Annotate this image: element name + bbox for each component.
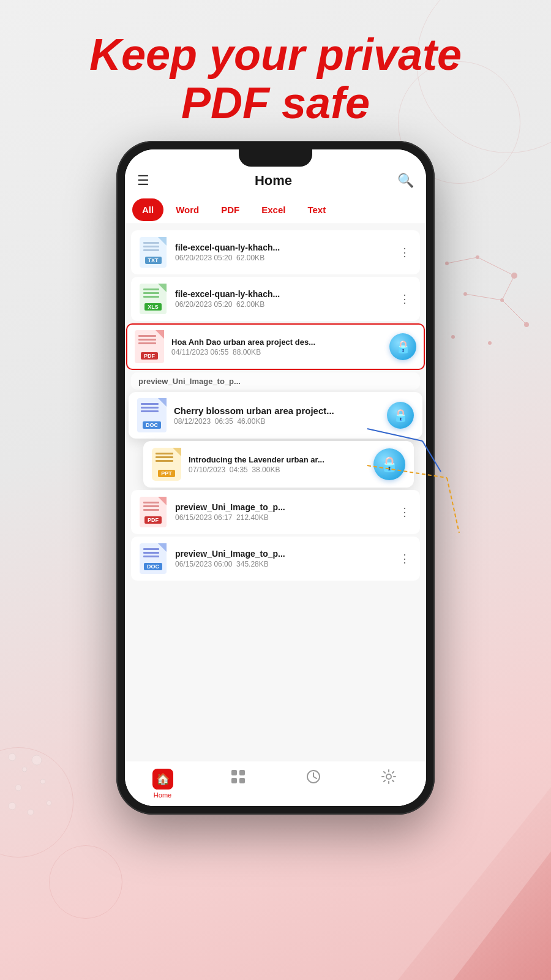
svg-line-27 (313, 777, 317, 778)
svg-point-2 (511, 273, 517, 279)
grid-icon (230, 769, 246, 788)
svg-point-20 (47, 801, 51, 805)
svg-point-15 (32, 755, 42, 765)
file-type-doc: DOC (143, 421, 161, 429)
phone-frame: ☰ Home 🔍 All Word PDF Excel Text (116, 141, 435, 815)
file-type-pdf: PDF (144, 516, 162, 524)
file-info: preview_Uni_Image_to_p... (138, 377, 413, 386)
phone-wrapper: ☰ Home 🔍 All Word PDF Excel Text (116, 141, 435, 815)
svg-line-9 (478, 257, 514, 276)
file-list: TXT file-excel-quan-ly-khach... 06/20/20… (125, 224, 426, 806)
svg-point-6 (451, 335, 455, 339)
svg-line-8 (447, 257, 478, 263)
nav-home[interactable]: 🏠 Home (125, 766, 200, 801)
svg-point-7 (488, 341, 492, 345)
svg-line-11 (502, 300, 527, 325)
file-info: Introducing the Lavender urban ar... 07/… (189, 455, 366, 474)
svg-point-19 (28, 809, 34, 815)
file-name: Hoa Anh Dao urban area project des... (171, 337, 382, 347)
file-type-doc: DOC (144, 563, 162, 570)
file-item-highlighted-pdf[interactable]: PDF Hoa Anh Dao urban area project des..… (126, 323, 425, 370)
file-info: preview_Uni_Image_to_p... 06/15/2023 06:… (175, 502, 389, 522)
headline: Keep your private PDF safe (0, 0, 551, 146)
file-name: Introducing the Lavender urban ar... (189, 455, 366, 464)
file-item[interactable]: XLS file-excel-quan-ly-khach... 06/20/20… (131, 277, 420, 321)
svg-line-10 (465, 294, 502, 300)
svg-point-3 (463, 292, 467, 296)
more-menu-icon[interactable]: ⋮ (397, 290, 413, 308)
svg-point-17 (40, 779, 45, 784)
svg-rect-24 (239, 778, 245, 783)
file-icon-pdf2: PDF (138, 496, 168, 528)
file-icon-doc: DOC (137, 399, 167, 431)
svg-rect-21 (231, 770, 237, 775)
file-meta: 07/10/2023 04:35 38.00KB (189, 466, 366, 474)
app-title: Home (255, 173, 292, 189)
phone-inner: ☰ Home 🔍 All Word PDF Excel Text (125, 149, 426, 806)
file-meta: 04/11/2023 06:55 88.00KB (171, 348, 382, 356)
svg-point-1 (476, 255, 479, 259)
tab-excel[interactable]: Excel (252, 198, 295, 221)
more-menu-icon[interactable]: ⋮ (397, 549, 413, 568)
headline-text: Keep your private PDF safe (37, 31, 514, 127)
file-meta: 06/20/2023 05:20 62.00KB (175, 300, 389, 309)
nav-history[interactable] (276, 766, 351, 801)
more-menu-icon[interactable]: ⋮ (397, 503, 413, 521)
home-icon-bg: 🏠 (152, 769, 173, 790)
file-icon-txt: TXT (138, 236, 168, 268)
file-type-txt: TXT (145, 257, 162, 264)
more-menu-icon[interactable]: ⋮ (397, 243, 413, 262)
tab-all[interactable]: All (132, 198, 163, 221)
search-icon[interactable]: 🔍 (397, 173, 414, 189)
svg-point-5 (524, 322, 529, 327)
lock-icon[interactable] (373, 448, 405, 480)
file-info: Cherry blossom urban area project... 08/… (174, 405, 380, 426)
tab-word[interactable]: Word (166, 198, 209, 221)
svg-point-18 (9, 802, 16, 810)
file-info: file-excel-quan-ly-khach... 06/20/2023 0… (175, 289, 389, 309)
nav-settings[interactable] (351, 766, 426, 801)
tab-bar: All Word PDF Excel Text (125, 196, 426, 224)
file-name: file-excel-quan-ly-khach... (175, 289, 389, 299)
svg-point-16 (15, 785, 21, 791)
bottom-nav: 🏠 Home (125, 761, 426, 806)
file-item[interactable]: TXT file-excel-quan-ly-khach... 06/20/20… (131, 230, 420, 274)
svg-point-0 (445, 262, 449, 265)
file-name: preview_Uni_Image_to_p... (138, 377, 413, 386)
file-info: file-excel-quan-ly-khach... 06/20/2023 0… (175, 243, 389, 262)
file-meta: 06/15/2023 06:17 212.40KB (175, 513, 389, 522)
svg-point-4 (500, 298, 504, 302)
hamburger-icon[interactable]: ☰ (137, 173, 149, 189)
nav-grid[interactable] (200, 766, 276, 801)
file-icon-xls: XLS (138, 283, 168, 315)
file-type-pdf: PDF (141, 352, 158, 360)
file-meta: 06/15/2023 06:00 345.28KB (175, 560, 389, 568)
lock-icon[interactable] (389, 333, 416, 360)
file-info: preview_Uni_Image_to_p... 06/15/2023 06:… (175, 549, 389, 568)
svg-point-28 (386, 774, 391, 779)
file-type-ppt: PPT (158, 470, 175, 477)
file-info: Hoa Anh Dao urban area project des... 04… (171, 337, 382, 356)
file-item[interactable]: DOC preview_Uni_Image_to_p... 06/15/2023… (131, 537, 420, 581)
svg-rect-22 (239, 770, 245, 775)
file-name: Cherry blossom urban area project... (174, 405, 380, 416)
lock-icon[interactable] (387, 402, 414, 429)
file-icon-doc2: DOC (138, 543, 168, 575)
tab-pdf[interactable]: PDF (211, 198, 249, 221)
file-icon-pdf: PDF (135, 331, 164, 363)
home-icon: 🏠 (156, 772, 170, 786)
file-icon-ppt: PPT (152, 448, 181, 480)
file-item-ppt[interactable]: PPT Introducing the Lavender urban ar...… (143, 441, 414, 488)
nav-home-label: Home (154, 791, 171, 799)
svg-rect-23 (231, 778, 237, 783)
settings-icon (381, 769, 397, 788)
tab-text[interactable]: Text (298, 198, 335, 221)
file-item[interactable]: PDF preview_Uni_Image_to_p... 06/15/2023… (131, 490, 420, 534)
file-name: preview_Uni_Image_to_p... (175, 549, 389, 559)
file-item-doc[interactable]: DOC Cherry blossom urban area project...… (129, 392, 422, 439)
history-icon (305, 769, 321, 788)
svg-point-14 (22, 767, 27, 772)
file-item-partial[interactable]: preview_Uni_Image_to_p... (131, 372, 420, 390)
phone-screen: ☰ Home 🔍 All Word PDF Excel Text (125, 149, 426, 806)
phone-notch (239, 149, 312, 167)
